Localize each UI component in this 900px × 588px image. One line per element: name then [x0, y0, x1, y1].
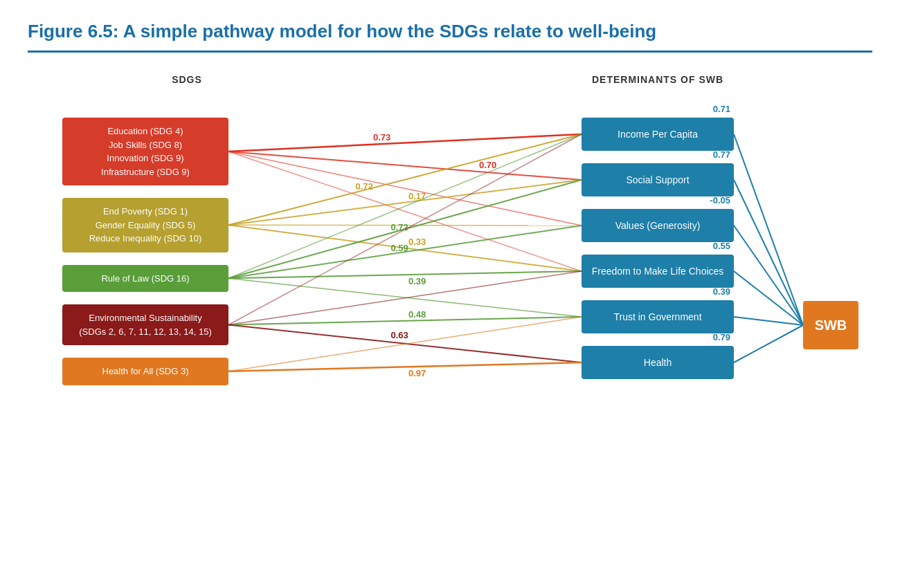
svg-line-0	[228, 134, 582, 151]
svg-text:0.59: 0.59	[391, 243, 408, 253]
svg-line-8	[228, 134, 582, 278]
svg-line-9	[228, 180, 582, 278]
det-health: 0.79 Health	[582, 346, 734, 379]
title-divider	[28, 50, 872, 53]
det-social: 0.77 Social Support	[582, 163, 734, 196]
diagram-area: 0.730.700.720.170.720.590.330.390.480.63…	[28, 90, 872, 560]
svg-line-24	[734, 325, 803, 362]
svg-text:0.17: 0.17	[408, 191, 426, 201]
svg-text:0.63: 0.63	[391, 330, 408, 340]
svg-line-7	[228, 225, 582, 271]
sdg-box-education: Education (SDG 4) Job Skills (SDG 8) Inn…	[62, 118, 228, 185]
svg-text:0.97: 0.97	[408, 368, 426, 378]
svg-text:0.39: 0.39	[408, 276, 426, 286]
svg-line-6	[228, 225, 582, 226]
det-trust: 0.39 Trust in Government	[582, 300, 734, 333]
svg-line-17	[228, 317, 582, 371]
right-col-label: DETERMINANTS OF SWB	[592, 74, 723, 85]
det-freedom: 0.55 Freedom to Make Life Choices	[582, 255, 734, 288]
svg-line-20	[734, 180, 803, 325]
page-title: Figure 6.5: A simple pathway model for h…	[28, 21, 872, 42]
svg-line-19	[734, 134, 803, 325]
svg-line-2	[228, 151, 582, 226]
svg-line-10	[228, 226, 582, 278]
svg-line-14	[228, 271, 582, 325]
svg-line-3	[228, 151, 582, 271]
svg-line-16	[228, 325, 582, 363]
svg-line-11	[228, 271, 582, 278]
sdg-column: Education (SDG 4) Job Skills (SDG 8) Inn…	[62, 118, 228, 385]
svg-line-23	[734, 317, 803, 325]
left-col-label: SDGS	[172, 74, 202, 85]
svg-text:0.72: 0.72	[356, 181, 373, 192]
swb-box: SWB	[803, 301, 858, 349]
sdg-box-law: Rule of Law (SDG 16)	[62, 265, 228, 293]
svg-line-22	[734, 271, 803, 325]
svg-line-4	[228, 134, 582, 225]
svg-line-21	[734, 226, 803, 325]
sdg-box-env: Environmental Sustainability (SDGs 2, 6,…	[62, 304, 228, 345]
det-values: -0.05 Values (Generosity)	[582, 209, 734, 242]
svg-line-1	[228, 151, 582, 180]
svg-line-5	[228, 180, 582, 225]
det-income: 0.71 Income Per Capita	[582, 118, 734, 151]
svg-line-18	[228, 362, 582, 371]
page-container: Figure 6.5: A simple pathway model for h…	[0, 0, 900, 588]
svg-text:0.48: 0.48	[408, 309, 426, 320]
svg-text:0.33: 0.33	[408, 237, 426, 247]
svg-text:0.70: 0.70	[479, 160, 496, 170]
svg-line-15	[228, 317, 582, 325]
sdg-box-health-all: Health for All (SDG 3)	[62, 358, 228, 385]
svg-line-13	[228, 134, 582, 325]
svg-text:0.73: 0.73	[373, 132, 390, 143]
svg-line-12	[228, 278, 582, 317]
sdg-box-poverty: End Poverty (SDG 1) Gender Equality (SDG…	[62, 198, 228, 252]
determinants-column: 0.71 Income Per Capita 0.77 Social Suppo…	[582, 118, 734, 379]
svg-text:0.72: 0.72	[391, 222, 408, 232]
